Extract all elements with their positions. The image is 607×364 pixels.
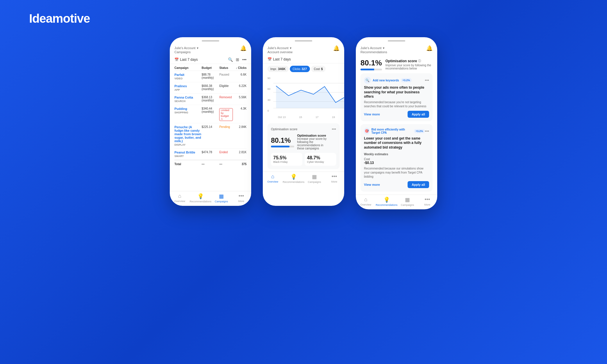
home-icon: ⌂ [178,193,181,199]
cost-label: Cost [314,67,320,71]
lightbulb-icon: 💡 [290,174,297,180]
impr-value: 346K [278,67,285,71]
section-label: Account overview [267,50,292,54]
nav-more[interactable]: ••• More [417,197,437,206]
nav-campaigns[interactable]: ▦ Campaigns [211,193,231,203]
account-name[interactable]: Julie's Account ▾ [174,45,199,50]
nav-campaigns[interactable]: ▦ Campaigns [304,174,324,183]
table-header: Campaign Budget Status ↓ Clicks [174,64,247,71]
nav-more[interactable]: ••• More [231,193,251,203]
more-options-icon[interactable]: ••• [332,127,336,131]
account-name[interactable]: Julie's Account ▾ [267,45,292,50]
nav-recommendations[interactable]: 💡 Recommendations [376,197,397,206]
clicks-value: 5.56K [233,96,247,99]
more-options-icon[interactable]: ••• [425,129,429,133]
nav-more[interactable]: ••• More [324,174,344,183]
score-bar-bg [360,69,382,70]
notification-icon[interactable]: 🔔 [333,45,340,51]
metric-cost[interactable]: Cost $ [311,66,326,72]
nav-overview[interactable]: ⌂ Overview [263,174,283,183]
clicks-value: 4.3K [233,107,247,110]
metric-clicks[interactable]: Clicks 327 [290,66,310,72]
campaign-name[interactable]: Penuche (A fudge-like candy made from br… [174,125,202,143]
toolbar: 📅 Last 7 days [263,56,344,63]
view-more-link[interactable]: View more [364,183,380,186]
cost-label: Cost [364,158,429,161]
account-info: Julie's Account ▾ Campaigns [174,45,199,54]
campaign-name[interactable]: Peanut Brittle [174,151,202,154]
account-info: Julie's Account ▾ Account overview [267,45,292,54]
nav-label: Overview [267,180,278,183]
campaign-cell: Panna Cotta SEARCH [174,96,202,103]
nav-recommendations[interactable]: 💡 Recommendations [190,193,211,203]
nav-overview[interactable]: ⌂ Overview [170,193,190,203]
notification-icon[interactable]: 🔔 [240,45,247,51]
home-icon: ⌂ [271,174,274,180]
nav-label: Recommendations [283,181,304,183]
logo: Ideamotive [29,12,90,26]
bottom-nav: ⌂ Overview 💡 Recommendations ▦ Campaigns… [356,195,437,209]
campaign-name[interactable]: Pudding [174,107,202,110]
clicks-value: 2.84K [233,125,247,129]
campaign-name[interactable]: Pralines [174,84,202,88]
phone-content: Julie's Account ▾ Account overview 🔔 📅 L… [263,42,344,206]
info-icon[interactable]: ⓘ [418,59,421,63]
nav-label: More [238,200,244,203]
grid-icon[interactable]: ⊞ [236,57,239,62]
campaigns-table: Campaign Budget Status ↓ Clicks Parfait … [170,64,251,191]
rec-footer: View more Apply all [364,111,429,118]
rec-title-row: 🎯 Bid more efficiently with Target CPA +… [364,128,425,135]
more-icon[interactable]: ••• [242,57,247,62]
y-label: 60 [267,88,270,90]
nav-label: More [331,180,338,183]
sub-score-black-friday: 75.5% Black Friday [271,153,302,166]
score-bar-fill [271,146,290,147]
total-row: Total — — 375 [174,160,247,168]
clicks-value: 6.22K [233,84,247,88]
campaign-name[interactable]: Panna Cotta [174,96,202,99]
x-label: Oct 13 [278,116,286,119]
nav-label: Overview [360,203,371,206]
nav-label: Campaigns [215,200,228,203]
sub-score-value: 48.7% [307,155,334,160]
nav-label: Overview [174,200,185,203]
date-range-selector[interactable]: 📅 Last 7 days [174,58,198,62]
metric-impressions[interactable]: Impr. 346K [267,66,289,72]
bottom-nav: ⌂ Overview 💡 Recommendations ▦ Campaigns… [263,172,344,186]
nav-label: Campaigns [308,181,321,183]
total-label: Total [174,163,202,166]
phone-header: Julie's Account ▾ Account overview 🔔 [263,42,344,56]
notification-icon[interactable]: 🔔 [426,45,433,51]
search-rec-icon: 🔍 [364,77,371,84]
chart-svg [273,77,344,115]
opt-header: Optimisation score ••• [271,127,336,131]
campaign-name[interactable]: Parfait [174,73,202,76]
weekly-estimates-label: Weekly estimates [364,151,429,156]
rec-score-num: 80.1% [360,58,382,67]
score-desc: Improve your score by following the reco… [385,64,433,70]
opt-title-text: Optimisation score [297,134,329,137]
rec-tag: Bid more efficiently with Target CPA [372,128,412,134]
col-clicks: ↓ Clicks [233,66,247,69]
optimisation-card: Optimisation score ••• 80.1% Optimisatio… [267,123,340,169]
account-name[interactable]: Julie's Account ▾ [360,45,387,50]
view-more-link[interactable]: View more [364,113,380,116]
lightbulb-icon: 💡 [197,193,204,199]
rec-actions: ••• [425,78,429,83]
search-icon[interactable]: 🔍 [228,57,233,62]
date-range-selector[interactable]: 📅 Last 7 days [267,57,291,61]
nav-recommendations[interactable]: 💡 Recommendations [283,174,304,183]
score-bar-bg [271,146,294,147]
nav-campaigns[interactable]: ▦ Campaigns [397,197,417,206]
opt-score-area: 80.1% Optimisation score Increase your s… [271,134,336,150]
budget-value: $88.78 (monthly) [202,73,219,79]
score-block: 80.1% [271,136,294,147]
nav-overview[interactable]: ⌂ Overview [356,197,376,206]
campaign-cell: Peanut Brittle SMART [174,151,202,158]
budget-value: $225.14 [202,125,219,129]
apply-all-button[interactable]: Apply all [408,181,429,188]
apply-all-button[interactable]: Apply all [408,111,429,118]
score-info: Optimisation score ⓘ Improve your score … [385,59,433,70]
more-options-icon[interactable]: ••• [425,78,429,83]
table-row: Pudding SHOPPING $340.44 (monthly) Limit… [174,105,247,123]
